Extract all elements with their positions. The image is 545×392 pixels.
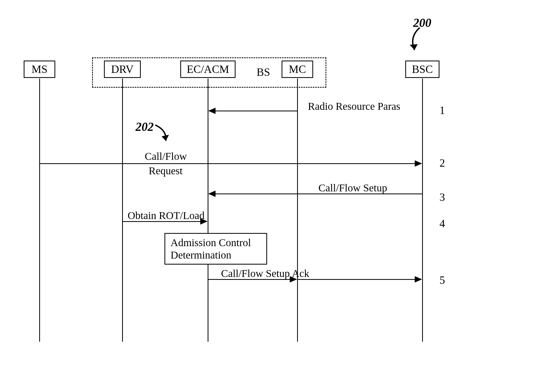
participant-ms: MS bbox=[24, 61, 55, 78]
sequence-diagram: BS MS DRV EC/ACM MC BSC Radio Resource P… bbox=[32, 61, 505, 350]
lifeline-ms bbox=[39, 78, 40, 342]
lifeline-drv bbox=[122, 78, 123, 342]
participant-mc: MC bbox=[282, 61, 313, 78]
arrow-5b-head-icon bbox=[415, 276, 422, 282]
process-admission-control: Admission Control Determination bbox=[164, 233, 267, 265]
arrow-1 bbox=[215, 111, 298, 111]
arrow-2 bbox=[40, 163, 415, 164]
svg-marker-1 bbox=[162, 135, 169, 141]
lifeline-mc bbox=[297, 78, 298, 342]
process-line2: Determination bbox=[171, 249, 231, 261]
msg-5-label: Call/Flow Setup Ack bbox=[221, 267, 309, 280]
arrow-2-head-icon bbox=[415, 160, 422, 167]
step-1-number: 1 bbox=[439, 104, 445, 117]
bs-group-label: BS bbox=[257, 66, 270, 78]
callout-arrow-200-icon bbox=[404, 26, 430, 58]
arrow-1-head-icon bbox=[208, 108, 216, 114]
msg-1-label: Radio Resource Paras bbox=[308, 100, 400, 112]
participant-bsc: BSC bbox=[405, 61, 439, 78]
lifeline-bsc bbox=[422, 78, 423, 342]
step-5-number: 5 bbox=[439, 274, 445, 286]
msg-2-label-line2: Request bbox=[149, 165, 183, 177]
lifeline-ecacm bbox=[208, 78, 208, 342]
step-3-number: 3 bbox=[439, 191, 445, 204]
msg-2-label-line1: Call/Flow bbox=[145, 150, 187, 162]
arrow-5b bbox=[298, 279, 415, 280]
step-4-number: 4 bbox=[439, 217, 445, 230]
participant-ecacm: EC/ACM bbox=[180, 61, 236, 78]
process-line1: Admission Control bbox=[171, 237, 251, 249]
callout-ref-202: 202 bbox=[136, 120, 154, 134]
step-2-number: 2 bbox=[439, 157, 445, 169]
msg-4-label: Obtain ROT/Load bbox=[128, 209, 204, 222]
msg-3-label: Call/Flow Setup bbox=[318, 182, 387, 194]
participant-drv: DRV bbox=[104, 61, 141, 78]
arrow-3-head-icon bbox=[208, 191, 216, 197]
callout-arrow-202-icon bbox=[153, 124, 176, 147]
